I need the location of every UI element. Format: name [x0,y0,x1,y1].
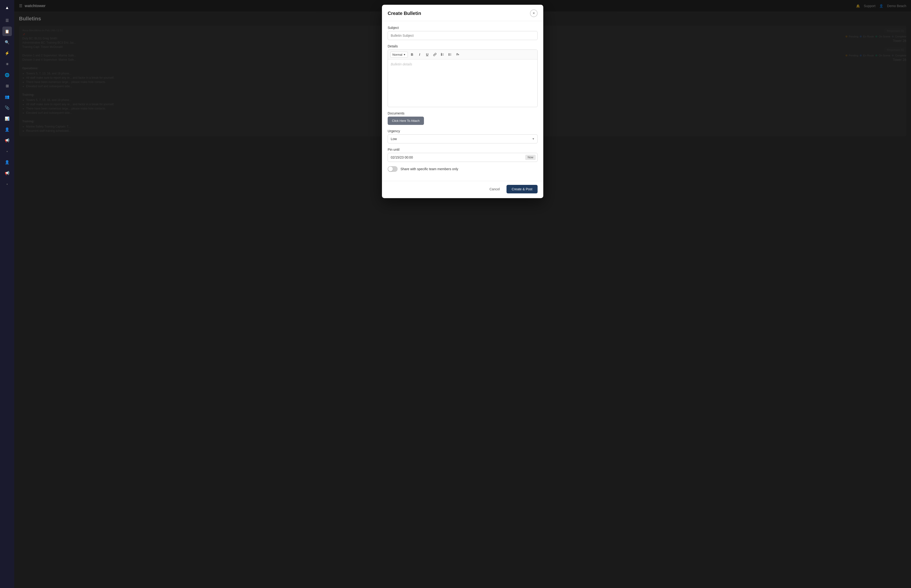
details-label: Details [387,44,538,48]
sidebar-item-grid[interactable]: ⊞ [2,81,12,90]
urgency-label: Urgency [387,129,538,133]
sidebar-item-reports[interactable]: 📊 [2,114,12,123]
sidebar-item-incidents[interactable]: ✳ [2,59,12,69]
rte-toolbar: Normal ▼ B I U [388,50,537,60]
format-select[interactable]: Normal ▼ [390,52,408,58]
ordered-list-button[interactable]: 1 2 3 [439,51,446,58]
modal-overlay: Create Bulletin × Subject Details Nor [14,0,911,588]
urgency-select[interactable]: Low Normal High Critical [387,134,538,144]
sidebar-item-map[interactable]: 🌐 [2,70,12,80]
underline-button[interactable]: U [424,51,431,58]
documents-label: Documents [387,111,538,115]
share-toggle-row: Share with specific team members only [387,166,538,172]
link-icon [433,53,436,56]
details-placeholder: Bulletin details [391,62,412,66]
svg-point-11 [449,55,449,55]
subject-label: Subject [387,26,538,30]
sidebar-item-dot1[interactable]: ● [2,147,12,156]
sidebar-item-person2[interactable]: 👤 [2,157,12,167]
unordered-list-icon [448,53,452,56]
format-select-value: Normal [392,53,402,57]
sidebar-item-menu[interactable]: ☰ [2,16,12,25]
details-field-group: Details Normal ▼ B I U [387,44,538,107]
rich-text-editor: Normal ▼ B I U [387,50,538,107]
subject-field-group: Subject [387,26,538,40]
pin-until-input[interactable] [387,153,538,162]
share-toggle-switch[interactable] [387,166,398,172]
pin-until-label: Pin until [387,148,538,152]
italic-button[interactable]: I [417,51,423,58]
share-toggle-label: Share with specific team members only [400,167,458,171]
modal-footer: Cancel Create & Post [382,181,543,198]
sidebar: ▲ ☰ 📋 🔍 ⚡ ✳ 🌐 ⊞ 👥 📎 📊 👤 📢 ● 👤 📢 ● [0,0,14,588]
sidebar-item-megaphone2[interactable]: 📢 [2,168,12,178]
details-text-area[interactable]: Bulletin details [388,60,537,107]
urgency-field-group: Urgency Low Normal High Critical ▼ [387,129,538,144]
sidebar-item-attachments[interactable]: 📎 [2,103,12,112]
modal-header: Create Bulletin × [382,5,543,21]
pin-until-field-group: Pin until Now [387,148,538,162]
format-select-arrow-icon: ▼ [403,53,406,56]
logo-icon: ▲ [5,5,9,10]
subject-input[interactable] [387,31,538,40]
create-bulletin-modal: Create Bulletin × Subject Details Nor [382,5,543,198]
unordered-list-button[interactable] [447,51,453,58]
bold-button[interactable]: B [409,51,415,58]
now-button[interactable]: Now [525,155,536,160]
clear-format-button[interactable]: Tx [454,51,461,58]
svg-text:3: 3 [441,55,442,56]
link-button[interactable] [431,51,438,58]
modal-close-button[interactable]: × [530,10,538,17]
sidebar-item-dot2[interactable]: ● [2,179,12,189]
pin-input-wrapper: Now [387,153,538,162]
main-content: ☰ watchtower 🔔 Support 👤 Demo Beach Bull… [14,0,911,588]
urgency-select-wrapper: Low Normal High Critical ▼ [387,134,538,144]
sidebar-item-search[interactable]: 🔍 [2,37,12,47]
sidebar-item-team[interactable]: 👥 [2,92,12,102]
create-post-button[interactable]: Create & Post [506,185,538,194]
sidebar-item-profile[interactable]: 👤 [2,124,12,134]
app-logo[interactable]: ▲ [2,3,13,12]
svg-point-10 [449,54,449,55]
sidebar-item-alerts[interactable]: ⚡ [2,48,12,58]
modal-title: Create Bulletin [387,11,421,16]
ordered-list-icon: 1 2 3 [441,53,444,56]
toggle-knob [388,166,393,171]
svg-point-9 [449,53,449,54]
documents-field-group: Documents Click Here To Attach [387,111,538,125]
attach-button[interactable]: Click Here To Attach [387,116,424,125]
sidebar-item-announce[interactable]: 📢 [2,136,12,145]
share-toggle-group: Share with specific team members only [387,166,538,172]
modal-body: Subject Details Normal ▼ B I [382,21,543,181]
sidebar-item-bulletins[interactable]: 📋 [2,27,12,36]
cancel-button[interactable]: Cancel [486,185,504,193]
